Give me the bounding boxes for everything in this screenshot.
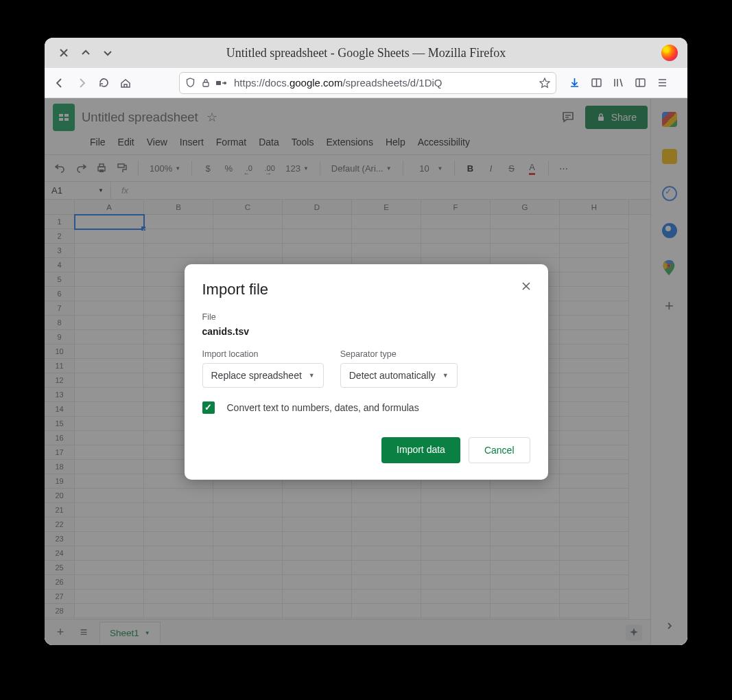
- nav-back-icon[interactable]: [50, 73, 69, 93]
- window-titlebar: Untitled spreadsheet - Google Sheets — M…: [45, 38, 687, 68]
- separator-type-dropdown[interactable]: Detect automatically▼: [340, 363, 458, 388]
- permissions-icon: [216, 78, 228, 88]
- import-data-button[interactable]: Import data: [381, 437, 460, 463]
- nav-forward-icon[interactable]: [72, 73, 91, 93]
- import-location-dropdown[interactable]: Replace spreadsheet▼: [202, 363, 324, 388]
- home-icon[interactable]: [116, 73, 135, 93]
- dialog-close-icon[interactable]: [517, 277, 536, 296]
- svg-rect-1: [216, 81, 221, 85]
- sheets-app: Untitled spreadsheet ☆ Share R File Edit…: [45, 98, 687, 645]
- file-label: File: [202, 312, 530, 322]
- bookmark-star-icon[interactable]: [539, 78, 550, 89]
- svg-point-2: [224, 82, 226, 84]
- window-down-icon[interactable]: [101, 46, 115, 60]
- browser-toolbar: https://docs.google.com/spreadsheets/d/1…: [45, 68, 687, 98]
- browser-window: Untitled spreadsheet - Google Sheets — M…: [45, 38, 687, 645]
- svg-rect-5: [636, 79, 645, 86]
- modal-overlay: Import file File canids.tsv Import locat…: [45, 98, 687, 645]
- url-text: https://docs.google.com/spreadsheets/d/1…: [234, 77, 534, 89]
- import-file-dialog: Import file File canids.tsv Import locat…: [185, 264, 548, 480]
- firefox-icon: [661, 45, 678, 61]
- sidebar-icon[interactable]: [630, 73, 650, 93]
- reload-icon[interactable]: [94, 73, 113, 93]
- svg-rect-0: [203, 82, 209, 86]
- import-location-label: Import location: [202, 349, 324, 359]
- file-name: canids.tsv: [202, 326, 530, 337]
- shield-icon: [185, 78, 196, 88]
- window-title: Untitled spreadsheet - Google Sheets — M…: [45, 46, 687, 60]
- hamburger-icon[interactable]: [652, 73, 672, 93]
- library-icon[interactable]: [609, 73, 628, 93]
- window-close-icon[interactable]: [57, 46, 71, 60]
- dialog-title: Import file: [202, 281, 530, 299]
- separator-type-label: Separator type: [340, 349, 458, 359]
- account-icon[interactable]: [587, 73, 606, 93]
- window-up-icon[interactable]: [79, 46, 93, 60]
- lock-icon: [201, 78, 211, 88]
- url-bar[interactable]: https://docs.google.com/spreadsheets/d/1…: [179, 72, 556, 94]
- convert-label: Convert text to numbers, dates, and form…: [227, 402, 419, 413]
- downloads-icon[interactable]: [565, 73, 584, 93]
- convert-checkbox[interactable]: ✓: [202, 401, 215, 414]
- cancel-button[interactable]: Cancel: [469, 437, 530, 463]
